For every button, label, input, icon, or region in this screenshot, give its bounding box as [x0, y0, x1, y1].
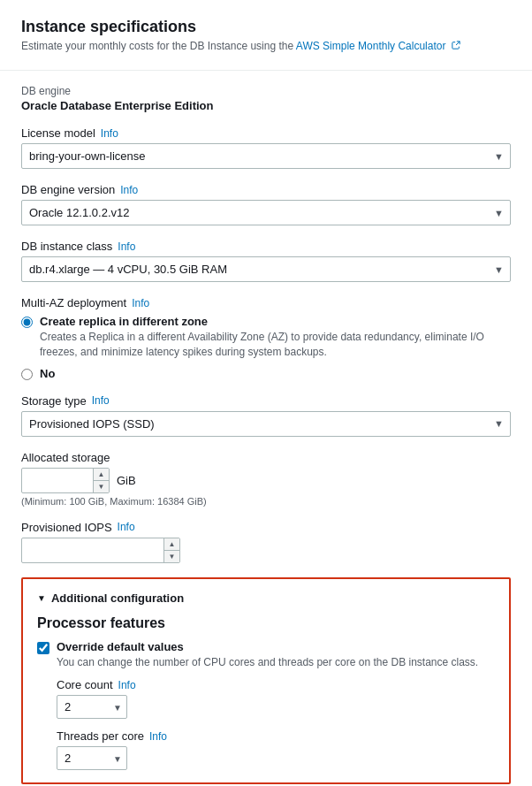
multi-az-replica-option: Create replica in different zone Creates…: [21, 315, 511, 360]
threads-per-core-select-wrapper: 1 2 ▼: [57, 746, 127, 770]
provisioned-iops-info[interactable]: Info: [118, 521, 135, 533]
override-checkbox-row: Override default values You can change t…: [37, 640, 495, 670]
db-engine-value: Oracle Database Enterprise Edition: [21, 99, 511, 112]
multi-az-info[interactable]: Info: [132, 297, 149, 309]
multi-az-replica-description: Creates a Replica in a different Availab…: [40, 330, 511, 360]
db-instance-class-select[interactable]: db.r4.xlarge — 4 vCPU, 30.5 GiB RAMdb.r4…: [21, 256, 511, 282]
divider: [0, 70, 532, 71]
allocated-storage-label: Allocated storage: [21, 451, 110, 464]
threads-per-core-field: Threads per core Info 1 2 ▼: [57, 729, 495, 770]
threads-per-core-info[interactable]: Info: [149, 730, 167, 743]
allocated-storage-stepper: 100 ▲ ▼: [21, 468, 110, 493]
page-container: Instance specifications Estimate your mo…: [0, 0, 532, 786]
multi-az-no-label[interactable]: No: [40, 367, 55, 380]
provisioned-iops-stepper-buttons: ▲ ▼: [163, 538, 179, 562]
provisioned-iops-label-row: Provisioned IOPS Info: [21, 521, 511, 534]
multi-az-group: Multi-AZ deployment Info Create replica …: [21, 296, 511, 380]
db-engine-group: DB engine Oracle Database Enterprise Edi…: [21, 85, 511, 112]
db-engine-version-label-row: DB engine version Info: [21, 183, 511, 196]
db-engine-version-group: DB engine version Info Oracle 12.1.0.2.v…: [21, 183, 511, 225]
db-instance-class-group: DB instance class Info db.r4.xlarge — 4 …: [21, 240, 511, 282]
page-subtitle: Estimate your monthly costs for the DB I…: [21, 40, 511, 52]
core-count-select-wrapper: 1 2 4 8 ▼: [57, 695, 127, 719]
storage-type-group: Storage type Info Provisioned IOPS (SSD)…: [21, 394, 511, 437]
core-count-field: Core count Info 1 2 4 8 ▼: [57, 678, 495, 719]
override-default-checkbox[interactable]: [37, 642, 49, 654]
db-engine-version-select-wrapper: Oracle 12.1.0.2.v12Oracle 12.1.0.2.v11Or…: [21, 200, 511, 225]
allocated-storage-decrement[interactable]: ▼: [93, 481, 109, 492]
processor-sub-fields: Core count Info 1 2 4 8 ▼ Threads per co…: [57, 678, 495, 770]
license-model-group: License model Info bring-your-own-licens…: [21, 126, 511, 169]
multi-az-radio-group: Create replica in different zone Creates…: [21, 315, 511, 380]
additional-config-header[interactable]: ▼ Additional configuration: [37, 591, 495, 605]
multi-az-label-row: Multi-AZ deployment Info: [21, 296, 511, 309]
override-default-label[interactable]: Override default values: [57, 640, 184, 653]
page-title: Instance specifications: [21, 18, 511, 36]
multi-az-no-option: No: [21, 367, 511, 380]
allocated-storage-stepper-buttons: ▲ ▼: [93, 469, 109, 492]
provisioned-iops-group: Provisioned IOPS Info 1000 ▲ ▼: [21, 521, 511, 563]
provisioned-iops-label: Provisioned IOPS: [21, 521, 112, 534]
db-engine-label: DB engine: [21, 85, 511, 97]
multi-az-replica-radio[interactable]: [21, 317, 33, 328]
multi-az-label: Multi-AZ deployment: [21, 296, 126, 309]
storage-type-info[interactable]: Info: [92, 394, 110, 407]
db-instance-class-info[interactable]: Info: [118, 240, 135, 253]
storage-type-select-wrapper: Provisioned IOPS (SSD)General Purpose (S…: [21, 411, 511, 437]
provisioned-iops-input[interactable]: 1000: [21, 538, 180, 563]
license-model-select[interactable]: bring-your-own-licenselicense-included: [21, 143, 511, 169]
core-count-label: Core count: [57, 678, 113, 691]
provisioned-iops-stepper: 1000 ▲ ▼: [21, 538, 180, 563]
multi-az-no-radio[interactable]: [21, 369, 33, 380]
license-model-label: License model: [21, 126, 95, 140]
storage-type-label-row: Storage type Info: [21, 394, 511, 408]
allocated-storage-label-row: Allocated storage: [21, 451, 511, 464]
additional-config-title: Additional configuration: [51, 591, 184, 605]
license-model-select-wrapper: bring-your-own-licenselicense-included ▼: [21, 143, 511, 169]
core-count-label-row: Core count Info: [57, 678, 495, 691]
processor-features-title: Processor features: [37, 615, 495, 631]
provisioned-iops-decrement[interactable]: ▼: [163, 551, 179, 562]
threads-per-core-label: Threads per core: [57, 729, 144, 743]
override-default-description: You can change the number of CPU cores a…: [57, 655, 478, 670]
allocated-storage-increment[interactable]: ▲: [93, 469, 109, 481]
core-count-info[interactable]: Info: [118, 679, 136, 691]
db-engine-version-info[interactable]: Info: [120, 184, 138, 196]
storage-type-select[interactable]: Provisioned IOPS (SSD)General Purpose (S…: [21, 411, 511, 437]
provisioned-iops-increment[interactable]: ▲: [163, 538, 179, 551]
page-header: Instance specifications Estimate your mo…: [21, 18, 511, 52]
additional-config-section: ▼ Additional configuration Processor fea…: [21, 577, 511, 785]
license-model-label-row: License model Info: [21, 126, 511, 140]
allocated-storage-helper: (Minimum: 100 GiB, Maximum: 16384 GiB): [21, 496, 511, 507]
core-count-select[interactable]: 1 2 4 8: [57, 695, 127, 719]
db-instance-class-select-wrapper: db.r4.xlarge — 4 vCPU, 30.5 GiB RAMdb.r4…: [21, 256, 511, 282]
calculator-link[interactable]: AWS Simple Monthly Calculator: [296, 40, 446, 52]
allocated-storage-group: Allocated storage 100 ▲ ▼ GiB (Minimum: …: [21, 451, 511, 507]
storage-type-label: Storage type: [21, 394, 87, 408]
license-model-info[interactable]: Info: [101, 127, 118, 140]
allocated-storage-unit: GiB: [117, 474, 136, 487]
multi-az-replica-label[interactable]: Create replica in different zone: [40, 315, 208, 328]
db-instance-class-label-row: DB instance class Info: [21, 240, 511, 253]
external-link-icon: [452, 41, 460, 50]
db-engine-version-label: DB engine version: [21, 183, 115, 196]
allocated-storage-input-row: 100 ▲ ▼ GiB: [21, 468, 511, 493]
collapse-icon: ▼: [37, 593, 46, 603]
threads-per-core-select[interactable]: 1 2: [57, 746, 127, 770]
db-instance-class-label: DB instance class: [21, 240, 112, 253]
db-engine-version-select[interactable]: Oracle 12.1.0.2.v12Oracle 12.1.0.2.v11Or…: [21, 200, 511, 225]
threads-per-core-label-row: Threads per core Info: [57, 729, 495, 743]
